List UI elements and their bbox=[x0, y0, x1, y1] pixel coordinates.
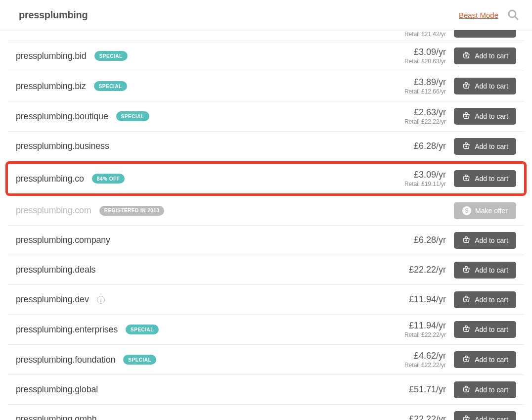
cart-icon bbox=[462, 174, 471, 183]
add-to-cart-button[interactable]: Add to cart bbox=[454, 262, 516, 279]
button-label: Add to cart bbox=[475, 326, 508, 333]
cart-icon bbox=[462, 266, 471, 275]
cart-icon bbox=[462, 112, 471, 121]
header-bar: pressplumbing Beast Mode bbox=[0, 0, 532, 30]
add-to-cart-button[interactable]: Add to cart bbox=[454, 381, 516, 398]
domain-name: pressplumbing.foundation bbox=[16, 355, 115, 365]
price-cell: £22.22/yr bbox=[387, 414, 446, 420]
table-row: pressplumbing.company£6.28/yrAdd to cart bbox=[8, 226, 524, 255]
price-cell: £4.62/yrRetail £22.22/yr bbox=[387, 351, 446, 369]
add-to-cart-button[interactable]: Add to cart bbox=[454, 411, 516, 420]
domain-cell: pressplumbing.gmbh bbox=[16, 414, 387, 420]
button-label: Add to cart bbox=[475, 142, 508, 150]
info-icon[interactable]: i bbox=[97, 296, 105, 304]
button-label: Add to cart bbox=[475, 236, 508, 244]
price-retail: Retail £22.22/yr bbox=[387, 362, 446, 369]
price-main: £11.94/yr bbox=[387, 294, 446, 305]
make-offer-button[interactable]: $Make offer bbox=[454, 202, 516, 219]
domain-cell: pressplumbing.comREGISTERED IN 2013 bbox=[16, 205, 387, 216]
badge: REGISTERED IN 2013 bbox=[99, 206, 165, 216]
price-cell: £3.09/yrRetail £20.63/yr bbox=[387, 47, 446, 65]
cart-icon bbox=[462, 325, 471, 334]
domain-cell: pressplumbing.foundationSPECIAL bbox=[16, 355, 387, 365]
button-label: Add to cart bbox=[475, 266, 508, 274]
price-cell: £22.22/yr bbox=[387, 265, 446, 275]
add-to-cart-button[interactable]: Add to cart bbox=[454, 78, 516, 94]
table-row-partial: Retail £21.42/yr bbox=[8, 30, 524, 41]
price-retail: Retail £20.63/yr bbox=[387, 58, 446, 65]
add-to-cart-button[interactable]: Add to cart bbox=[454, 232, 516, 249]
price-cell: £2.63/yrRetail £22.22/yr bbox=[387, 107, 446, 125]
table-row: pressplumbing.co84% OFF£3.09/yrRetail £1… bbox=[5, 161, 527, 196]
add-to-cart-button[interactable]: Add to cart bbox=[454, 351, 516, 368]
price-main: £3.89/yr bbox=[387, 77, 446, 88]
domain-cell: pressplumbing.co84% OFF bbox=[16, 174, 387, 184]
badge: SPECIAL bbox=[123, 355, 156, 365]
add-to-cart-button[interactable]: Add to cart bbox=[454, 108, 516, 125]
button-label: Add to cart bbox=[475, 356, 508, 364]
price-cell: £6.28/yr bbox=[387, 235, 446, 245]
beast-mode-link[interactable]: Beast Mode bbox=[459, 11, 498, 19]
domain-name: pressplumbing.com bbox=[16, 205, 91, 216]
domain-list: Retail £21.42/yr pressplumbing.bidSPECIA… bbox=[0, 30, 532, 420]
table-row: pressplumbing.devi£11.94/yrAdd to cart bbox=[8, 285, 524, 315]
table-row: pressplumbing.comREGISTERED IN 2013$Make… bbox=[8, 196, 524, 226]
button-label: Add to cart bbox=[475, 82, 508, 90]
domain-name: pressplumbing.dev bbox=[16, 294, 89, 305]
domain-cell: pressplumbing.devi bbox=[16, 294, 387, 305]
button-label: Add to cart bbox=[475, 386, 508, 394]
svg-line-1 bbox=[515, 17, 518, 20]
button-label: Add to cart bbox=[475, 296, 508, 304]
price-cell: £11.94/yrRetail £22.22/yr bbox=[387, 321, 446, 338]
table-row: pressplumbing.foundationSPECIAL£4.62/yrR… bbox=[8, 345, 524, 375]
badge: SPECIAL bbox=[94, 81, 127, 91]
add-to-cart-button[interactable] bbox=[454, 30, 516, 38]
domain-name: pressplumbing.gmbh bbox=[16, 414, 97, 420]
price-retail: Retail £19.11/yr bbox=[387, 181, 446, 187]
price-main: £3.09/yr bbox=[387, 47, 446, 57]
domain-cell: pressplumbing.boutiqueSPECIAL bbox=[16, 111, 387, 122]
badge: SPECIAL bbox=[94, 51, 128, 61]
domain-name: pressplumbing.company bbox=[16, 235, 110, 245]
add-to-cart-button[interactable]: Add to cart bbox=[454, 138, 516, 155]
domain-cell: pressplumbing.business bbox=[16, 141, 387, 151]
price-retail: Retail £22.22/yr bbox=[387, 118, 446, 125]
price-retail: Retail £21.42/yr bbox=[404, 31, 446, 38]
price-main: £6.28/yr bbox=[387, 235, 446, 245]
price-cell: £3.09/yrRetail £19.11/yr bbox=[387, 170, 446, 187]
price-cell: Retail £21.42/yr bbox=[404, 30, 446, 38]
domain-cell: pressplumbing.company bbox=[16, 235, 387, 245]
table-row: pressplumbing.bizSPECIAL£3.89/yrRetail £… bbox=[8, 71, 524, 101]
cart-icon bbox=[462, 236, 471, 245]
add-to-cart-button[interactable]: Add to cart bbox=[454, 170, 516, 187]
price-retail: Retail £22.22/yr bbox=[387, 331, 446, 338]
domain-name: pressplumbing.business bbox=[16, 141, 109, 151]
badge: SPECIAL bbox=[126, 325, 159, 334]
add-to-cart-button[interactable]: Add to cart bbox=[454, 291, 516, 308]
price-cell: £11.94/yr bbox=[387, 294, 446, 305]
price-main: £3.09/yr bbox=[387, 170, 446, 180]
table-row: pressplumbing.gmbh£22.22/yrAdd to cart bbox=[8, 405, 524, 420]
cart-icon bbox=[462, 142, 471, 151]
domain-name: pressplumbing.boutique bbox=[16, 111, 108, 122]
price-cell: £51.71/yr bbox=[387, 384, 446, 395]
domain-name: pressplumbing.enterprises bbox=[16, 325, 118, 335]
search-icon[interactable] bbox=[507, 9, 519, 21]
domain-cell: pressplumbing.bizSPECIAL bbox=[16, 81, 387, 92]
page-title: pressplumbing bbox=[19, 9, 88, 21]
table-row: pressplumbing.global£51.71/yrAdd to cart bbox=[8, 375, 524, 405]
price-main: £2.63/yr bbox=[387, 107, 446, 118]
header-actions: Beast Mode bbox=[459, 9, 519, 21]
cart-icon bbox=[462, 355, 471, 364]
price-cell: £6.28/yr bbox=[387, 141, 446, 151]
cart-icon bbox=[462, 385, 471, 394]
button-label: Add to cart bbox=[475, 112, 508, 120]
price-main: £6.28/yr bbox=[387, 141, 446, 151]
domain-cell: pressplumbing.global bbox=[16, 384, 387, 395]
button-label: Make offer bbox=[475, 207, 508, 215]
add-to-cart-button[interactable]: Add to cart bbox=[454, 47, 516, 64]
button-label: Add to cart bbox=[475, 175, 508, 183]
badge: 84% OFF bbox=[92, 174, 125, 184]
domain-name: pressplumbing.co bbox=[16, 174, 84, 184]
add-to-cart-button[interactable]: Add to cart bbox=[454, 321, 516, 338]
